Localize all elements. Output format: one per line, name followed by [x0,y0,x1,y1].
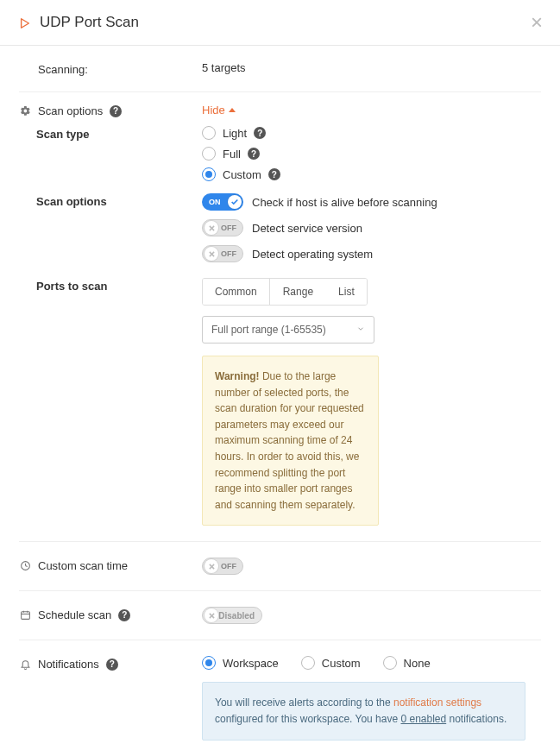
custom-scan-time-label: Custom scan time [38,559,128,572]
notifications-info: You will receive alerts according to the… [202,682,525,740]
help-icon[interactable]: ? [254,127,266,139]
bell-icon [19,659,31,670]
radio-icon [202,147,216,161]
notif-workspace[interactable]: Workspace [202,656,279,670]
play-icon [19,16,31,28]
ports-to-scan-row: Ports to scan Common Range List Full por… [19,278,541,526]
caret-up-icon [229,108,236,112]
radio-icon [383,656,397,670]
ports-tabs: Common Range List [202,278,368,306]
tab-range[interactable]: Range [270,279,325,305]
toggle-check-alive[interactable]: ON [202,193,243,211]
check-icon [228,195,242,209]
radio-icon [202,126,216,140]
warning-box: Warning! Due to the large number of sele… [202,356,379,526]
tab-common[interactable]: Common [203,279,270,305]
svg-rect-10 [21,612,29,620]
udp-port-scan-modal: UDP Port Scan × Scanning: 5 targets Scan… [0,0,560,750]
toggle-label: Detect operating system [252,248,373,261]
radio-icon [301,656,315,670]
help-icon[interactable]: ? [248,148,260,160]
ports-label: Ports to scan [19,278,202,526]
toggle-label: Check if host is alive before scanning [252,196,437,209]
radio-icon [202,656,216,670]
modal-title-text: UDP Port Scan [40,14,139,31]
scanning-value: 5 targets [202,61,541,74]
schedule-scan-row: Schedule scan ? Disabled [19,590,541,640]
scan-type-light[interactable]: Light ? [202,126,541,140]
help-icon[interactable]: ? [118,609,130,621]
radio-icon [202,167,216,181]
help-icon[interactable]: ? [110,105,122,117]
scan-options-label: Scan options ? [19,103,202,117]
notifications-row: Notifications ? Workspace Custom None [19,640,541,743]
x-icon [204,559,218,573]
toggle-label: Detect service version [252,222,362,235]
custom-scan-time-row: Custom scan time OFF [19,541,541,590]
notif-none[interactable]: None [383,656,431,670]
notifications-label: Notifications [38,658,99,671]
scanning-label: Scanning: [19,61,202,76]
tab-list[interactable]: List [325,279,367,305]
help-icon[interactable]: ? [268,168,280,180]
modal-title: UDP Port Scan [19,14,139,31]
close-icon[interactable]: × [531,12,543,33]
help-icon[interactable]: ? [106,659,118,671]
enabled-count-link[interactable]: 0 enabled [400,713,446,725]
port-range-select[interactable]: Full port range (1-65535) [202,316,374,343]
x-icon [204,221,218,235]
scan-type-custom[interactable]: Custom ? [202,167,541,181]
gear-icon [19,105,31,117]
scan-type-full[interactable]: Full ? [202,147,541,161]
clock-icon [19,560,31,571]
scan-type-label: Scan type [19,126,202,188]
modal-header: UDP Port Scan × [0,0,560,46]
scan-type-row: Scan type Light ? Full ? Custom [19,126,541,188]
x-icon [204,247,218,261]
modal-body: Scanning: 5 targets Scan options ? Hide [0,46,560,750]
toggle-schedule-scan[interactable]: Disabled [202,607,262,624]
notification-settings-link[interactable]: notification settings [393,696,481,709]
toggle-detect-service[interactable]: OFF [202,219,243,236]
scan-options-section: Scan options ? Hide Scan type Lig [19,91,541,541]
x-icon [204,608,218,622]
svg-line-7 [25,566,27,567]
toggle-detect-os[interactable]: OFF [202,245,243,262]
calendar-icon [19,609,31,621]
toggle-custom-scan-time[interactable]: OFF [202,558,243,575]
scan-options-sublabel: Scan options [19,193,202,262]
chevron-down-icon [356,324,365,336]
svg-marker-0 [22,19,29,28]
scan-options-toggles: Scan options ON Check if host is alive b… [19,193,541,262]
scanning-row: Scanning: 5 targets [19,46,541,91]
schedule-scan-label: Schedule scan [38,608,111,621]
notif-custom[interactable]: Custom [301,656,361,670]
hide-toggle[interactable]: Hide [202,104,236,117]
